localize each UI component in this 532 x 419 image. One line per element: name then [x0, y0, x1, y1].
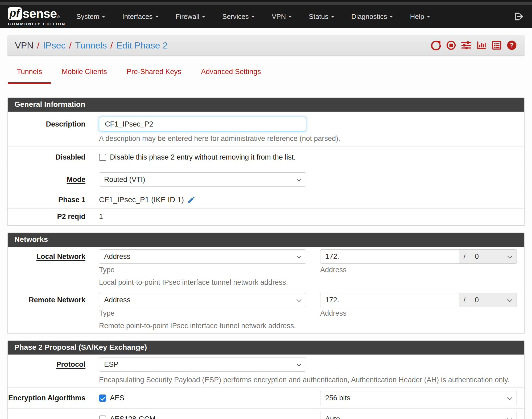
top-strip-2 — [0, 2, 532, 5]
row-protocol: Protocol ESP Encapsulating Security Payl… — [8, 355, 524, 388]
sliders-icon[interactable] — [461, 40, 472, 51]
stop-icon[interactable] — [446, 40, 456, 51]
panel-title: Phase 2 Proposal (SA/Key Exchange) — [8, 341, 524, 355]
remote-network-label: Remote Network — [29, 296, 85, 304]
panel-title: General Information — [8, 98, 524, 112]
page-toolbar: ? — [431, 40, 517, 51]
phase1-label: Phase 1 — [8, 195, 99, 205]
nav-item-services[interactable]: Services — [222, 10, 255, 23]
logo-pf-box: pf — [8, 7, 22, 20]
local-type-caption: Type — [99, 266, 306, 274]
row-remote-network: Remote Network Address Type / 0 Address … — [8, 290, 524, 333]
chevron-down-icon — [251, 16, 255, 19]
protocol-label: Protocol — [56, 360, 85, 368]
row-local-network: Local Network Address Type / 0 Address L… — [8, 247, 524, 290]
nav-item-label: VPN — [272, 13, 286, 21]
p2reqid-label: P2 reqid — [8, 212, 99, 221]
remote-address-input[interactable] — [320, 293, 459, 307]
breadcrumb-bar: VPN / IPsec / Tunnels / Edit Phase 2 — [7, 35, 525, 55]
p2reqid-value: 1 — [99, 212, 103, 221]
disabled-checkbox[interactable] — [99, 154, 106, 161]
local-address-caption: Address — [320, 266, 517, 274]
pfsense-logo[interactable]: pf sense ® COMMUNITY EDITION — [8, 7, 66, 26]
nav-item-firewall[interactable]: Firewall — [176, 10, 205, 23]
tab-tunnels[interactable]: Tunnels — [8, 68, 51, 84]
remote-prefix-select[interactable]: 0 — [470, 293, 517, 307]
help-icon[interactable]: ? — [506, 40, 517, 51]
nav-item-label: Firewall — [176, 13, 200, 21]
nav-item-label: System — [76, 13, 100, 21]
row-disabled: Disabled Disable this phase 2 entry with… — [8, 147, 524, 168]
chevron-down-icon — [331, 16, 334, 19]
mode-select[interactable]: Routed (VTI) — [99, 172, 306, 187]
logout-icon[interactable] — [513, 11, 524, 22]
nav-item-interfaces[interactable]: Interfaces — [122, 10, 158, 23]
nav-item-vpn[interactable]: VPN — [272, 10, 292, 23]
aes-keylen-select[interactable]: 256 bits — [320, 391, 517, 405]
breadcrumb: VPN / IPsec / Tunnels / Edit Phase 2 — [15, 40, 168, 51]
protocol-select[interactable]: ESP — [99, 357, 306, 372]
tab-pre-shared-keys[interactable]: Pre-Shared Keys — [118, 68, 190, 84]
remote-network-type-select[interactable]: Address — [99, 293, 306, 307]
edit-pencil-icon[interactable] — [187, 196, 196, 204]
breadcrumb-separator: / — [37, 40, 39, 51]
description-input[interactable] — [99, 117, 306, 131]
local-address-input[interactable] — [320, 249, 459, 264]
nav-item-label: Interfaces — [122, 13, 152, 21]
main-navbar: pf sense ® COMMUNITY EDITION System Inte… — [0, 5, 532, 28]
protocol-help: Encapsulating Security Payload (ESP) per… — [99, 376, 517, 384]
tab-mobile-clients[interactable]: Mobile Clients — [53, 68, 116, 84]
nav-item-help[interactable]: Help — [410, 10, 430, 23]
chart-icon[interactable] — [476, 40, 487, 51]
refresh-icon[interactable] — [431, 40, 441, 51]
chevron-down-icon — [102, 16, 105, 19]
disabled-label: Disabled — [8, 153, 99, 161]
chevron-down-icon — [427, 16, 430, 19]
aes128gcm-checkbox[interactable] — [99, 416, 106, 419]
logo-sense-text: sense — [23, 7, 57, 20]
breadcrumb-link-ipsec[interactable]: IPsec — [43, 40, 65, 51]
local-prefix-select[interactable]: 0 — [470, 249, 517, 264]
local-network-type-select[interactable]: Address — [99, 249, 306, 264]
panel-general-information: General Information Description A descri… — [7, 97, 525, 226]
aes128gcm-checkbox-text: AES128-GCM — [110, 415, 155, 419]
local-network-help: Local point-to-point IPsec interface tun… — [99, 278, 517, 287]
nav-item-system[interactable]: System — [76, 10, 105, 23]
row-phase1: Phase 1 CF1_IPsec_P1 (IKE ID 1) — [8, 191, 524, 209]
nav-item-diagnostics[interactable]: Diagnostics — [351, 10, 393, 23]
description-help: A description may be entered here for ad… — [99, 135, 517, 143]
aes-checkbox-text: AES — [110, 394, 124, 402]
nav-item-status[interactable]: Status — [309, 10, 334, 23]
row-encryption-aes: Encryption Algorithms AES 256 bits — [8, 388, 524, 409]
tab-advanced-settings[interactable]: Advanced Settings — [192, 68, 270, 84]
row-p2reqid: P2 reqid 1 — [8, 209, 524, 225]
list-icon[interactable] — [491, 40, 502, 51]
disabled-checkbox-text: Disable this phase 2 entry without remov… — [110, 153, 296, 161]
breadcrumb-link-edit-phase2[interactable]: Edit Phase 2 — [116, 40, 168, 51]
panel-title: Networks — [8, 233, 524, 247]
slash-separator: / — [459, 293, 470, 307]
mode-label: Mode — [67, 176, 86, 184]
remote-address-caption: Address — [320, 309, 517, 318]
breadcrumb-root: VPN — [15, 40, 34, 51]
nav-item-label: Status — [309, 13, 328, 21]
chevron-down-icon — [390, 16, 393, 19]
nav-item-label: Help — [410, 13, 424, 21]
breadcrumb-separator: / — [110, 40, 113, 51]
remote-type-caption: Type — [99, 309, 306, 318]
panel-networks: Networks Local Network Address Type / 0 … — [7, 233, 525, 333]
encryption-algorithms-label: Encryption Algorithms — [8, 394, 85, 402]
logo-edition-text: COMMUNITY EDITION — [8, 22, 66, 26]
aes-checkbox[interactable] — [99, 394, 106, 402]
chevron-down-icon — [202, 16, 205, 19]
chevron-down-icon — [288, 16, 292, 19]
description-label: Description — [8, 117, 99, 131]
logo-registered-mark: ® — [57, 15, 60, 19]
nav-item-label: Services — [222, 13, 249, 21]
breadcrumb-link-tunnels[interactable]: Tunnels — [75, 40, 107, 51]
text-caret — [104, 120, 104, 128]
svg-text:?: ? — [510, 42, 514, 49]
row-encryption-aes128gcm: AES128-GCM Auto — [8, 409, 524, 419]
row-mode: Mode Routed (VTI) — [8, 168, 524, 191]
aes128gcm-keylen-select[interactable]: Auto — [320, 412, 517, 419]
